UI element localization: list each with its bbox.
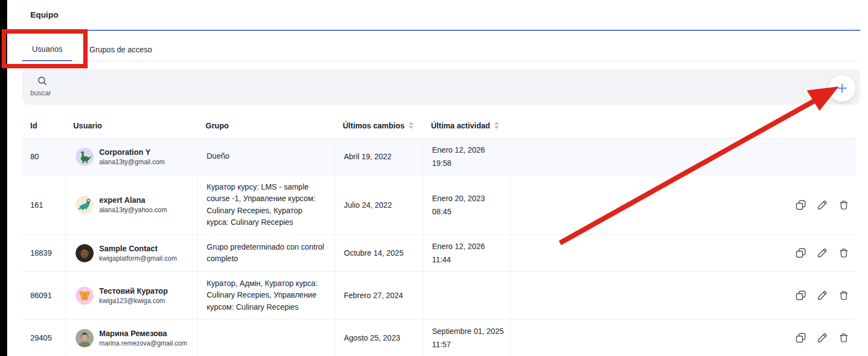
sort-icon[interactable] xyxy=(409,122,413,129)
row-actions xyxy=(510,138,855,175)
woman-photo-avatar xyxy=(76,329,94,347)
search-label: buscar xyxy=(30,89,51,97)
user-group: Куратор курсу: LMS - sample course -1, У… xyxy=(197,175,335,234)
user-name: Марина Ремезова xyxy=(99,329,187,338)
user-cell: Sample Contact kwigaplatform@gmail.com xyxy=(65,235,197,271)
teal-lizard-avatar xyxy=(76,196,94,214)
table-row: 29405 Марина Ремезова marina.remezova@gm… xyxy=(22,319,855,356)
users-table: Id Usuario Grupo Últimos cambios Última … xyxy=(22,113,855,356)
tab-grupos-de-acceso[interactable]: Grupos de acceso xyxy=(79,39,162,61)
user-id: 29405 xyxy=(22,320,65,356)
tab-bar: Usuarios Grupos de acceso xyxy=(22,39,860,61)
team-page: Equipo Usuarios Grupos de acceso buscar xyxy=(0,0,868,356)
row-actions xyxy=(510,320,855,356)
user-group: Dueño xyxy=(197,138,335,175)
last-activity: Septiembre 01, 2025 11:57 xyxy=(423,320,510,356)
row-actions xyxy=(510,272,855,319)
column-header-grupo: Grupo xyxy=(197,121,335,130)
column-header-ultima-actividad[interactable]: Última actividad xyxy=(423,121,510,130)
search-icon[interactable] xyxy=(37,76,47,86)
last-changes: Abril 19, 2022 xyxy=(335,138,423,175)
table-row: 86091 Тестовий Куратор xyxy=(22,271,855,319)
column-header-usuario: Usuario xyxy=(65,121,197,130)
user-cell: expert Alana alana13ty@yahoo.com xyxy=(65,175,197,234)
add-user-button[interactable] xyxy=(829,75,855,101)
duplicate-icon[interactable] xyxy=(796,290,806,300)
user-name: Corporation Y xyxy=(99,148,165,157)
user-group xyxy=(197,320,335,356)
last-changes: Octubre 14, 2025 xyxy=(335,235,423,271)
last-changes: Julio 24, 2022 xyxy=(335,175,423,234)
last-activity: Enero 12, 2026 19:58 xyxy=(423,138,510,175)
user-name: Sample Contact xyxy=(99,244,177,253)
row-actions xyxy=(510,235,855,271)
table-row: 18839 Sample Contact xyxy=(22,234,855,271)
tab-usuarios[interactable]: Usuarios xyxy=(22,39,72,61)
last-activity xyxy=(423,272,510,319)
table-row: 80 Co xyxy=(22,138,855,175)
duplicate-icon[interactable] xyxy=(796,248,806,258)
plus-icon xyxy=(836,82,848,94)
user-email: kwigaplatform@gmail.com xyxy=(99,255,177,262)
user-group: Куратор, Адмін, Куратор курса: Culinary … xyxy=(197,272,335,319)
last-changes: Febrero 27, 2024 xyxy=(335,272,423,319)
user-email: marina.remezova@gmail.com xyxy=(99,339,187,347)
orange-butterfly-avatar xyxy=(76,287,94,305)
user-cell: Марина Ремезова marina.remezova@gmail.co… xyxy=(65,320,197,356)
duplicate-icon[interactable] xyxy=(796,333,806,343)
user-email: kwiga123@kwiga.com xyxy=(99,297,168,305)
user-id: 161 xyxy=(22,175,65,234)
dog-photo-avatar xyxy=(76,244,94,262)
user-email: alana13ty@yahoo.com xyxy=(99,206,167,214)
last-changes: Agosto 25, 2023 xyxy=(335,320,423,356)
column-header-id: Id xyxy=(22,121,65,130)
delete-icon[interactable] xyxy=(839,290,849,300)
delete-icon[interactable] xyxy=(839,333,849,343)
green-dinosaur-avatar xyxy=(76,148,94,166)
user-cell: Corporation Y alana13ty@gmail.com xyxy=(65,138,197,175)
tab-grupos-label: Grupos de acceso xyxy=(89,45,152,54)
edit-icon[interactable] xyxy=(817,248,827,258)
sort-icon[interactable] xyxy=(494,122,499,129)
user-name: expert Alana xyxy=(99,196,167,204)
user-id: 80 xyxy=(22,138,65,175)
user-id: 18839 xyxy=(22,235,65,271)
page-title: Equipo xyxy=(30,10,58,19)
delete-icon[interactable] xyxy=(839,200,849,210)
edit-icon[interactable] xyxy=(817,200,827,210)
last-activity: Enero 12, 2026 11:44 xyxy=(423,235,510,271)
last-activity: Enero 20, 2023 08:45 xyxy=(423,175,510,234)
user-id: 86091 xyxy=(22,272,65,319)
user-name: Тестовий Куратор xyxy=(99,287,168,295)
user-email: alana13ty@gmail.com xyxy=(99,158,165,166)
user-group: Grupo predeterminado con control complet… xyxy=(197,235,335,271)
header-divider xyxy=(7,30,860,31)
left-edge-strip xyxy=(0,0,7,356)
duplicate-icon[interactable] xyxy=(796,200,806,210)
table-header-row: Id Usuario Grupo Últimos cambios Última … xyxy=(22,113,855,138)
column-header-ultimos-cambios[interactable]: Últimos cambios xyxy=(335,121,423,130)
edit-icon[interactable] xyxy=(817,290,827,300)
row-actions xyxy=(510,175,855,234)
tab-usuarios-label: Usuarios xyxy=(32,45,62,53)
edit-icon[interactable] xyxy=(817,333,827,343)
table-row: 161 xyxy=(22,175,855,234)
user-cell: Тестовий Куратор kwiga123@kwiga.com xyxy=(65,272,197,319)
delete-icon[interactable] xyxy=(839,248,849,258)
search-panel: buscar xyxy=(22,69,860,105)
